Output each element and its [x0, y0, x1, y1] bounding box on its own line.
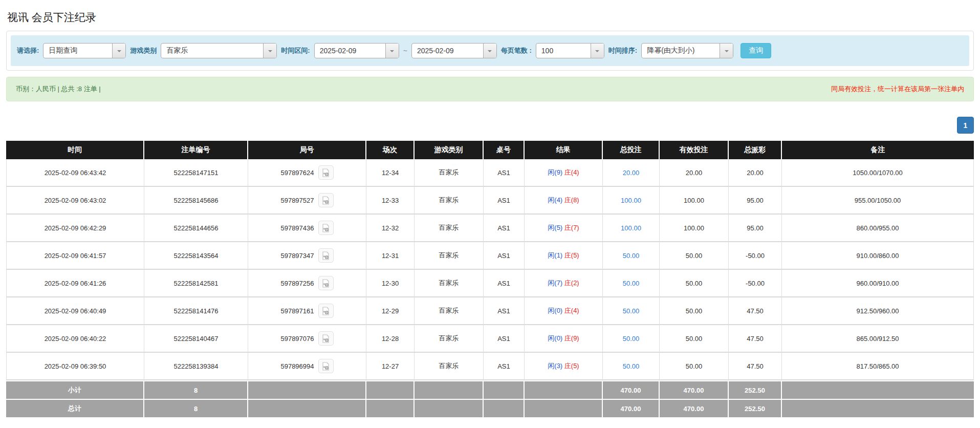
cell-result: 闲(9) 庄(4) — [525, 159, 603, 187]
total-bet-link[interactable]: 50.00 — [623, 335, 640, 343]
time-sort-value: 降幂(由大到小) — [642, 46, 720, 55]
cell-valid-bet: 50.00 — [660, 325, 729, 353]
round-number: 597897436 — [280, 224, 314, 232]
cell-time: 2025-02-09 06:43:02 — [6, 187, 144, 215]
cell-total-bet: 50.00 — [603, 242, 660, 270]
game-type-value: 百家乐 — [161, 46, 263, 55]
result-player: 闲(3) — [548, 362, 562, 370]
summary-empty-cell — [415, 380, 484, 399]
video-replay-button[interactable] — [318, 304, 334, 318]
video-replay-button[interactable] — [318, 276, 334, 290]
result-player: 闲(4) — [548, 196, 562, 204]
column-header: 总派彩 — [729, 141, 782, 159]
subtotal-row: 小计8470.00470.00252.50 — [6, 380, 974, 399]
search-button[interactable]: 查询 — [741, 43, 771, 58]
result-banker: 庄(5) — [564, 362, 579, 370]
cell-time: 2025-02-09 06:40:22 — [6, 325, 144, 353]
bet-records-table: 时间注单编号局号场次游戏类别桌号结果总投注有效投注总派彩备注 2025-02-0… — [6, 141, 974, 417]
total-bet-link[interactable]: 100.00 — [621, 197, 641, 204]
cell-table-number: AS1 — [484, 215, 525, 242]
game-type-label: 游戏类别 — [130, 46, 157, 55]
cell-bet-id: 522258145686 — [144, 187, 248, 215]
summary-valid-bet: 470.00 — [660, 380, 729, 399]
cell-bet-id: 522258139384 — [144, 353, 248, 380]
chevron-down-icon — [263, 44, 276, 58]
result-player: 闲(0) — [548, 307, 562, 314]
date-start-dropdown[interactable]: 2025-02-09 — [314, 43, 399, 58]
page-size-dropdown[interactable]: 100 — [536, 43, 604, 58]
chevron-down-icon — [720, 44, 733, 58]
query-type-dropdown[interactable]: 日期查询 — [43, 43, 126, 58]
page-title: 视讯 会员下注纪录 — [6, 0, 974, 31]
cell-remark: 817.50/865.00 — [782, 353, 974, 380]
summary-valid-bet: 470.00 — [660, 399, 729, 417]
total-bet-link[interactable]: 50.00 — [623, 252, 640, 260]
table-row: 2025-02-09 06:41:26 522258142581 5978972… — [6, 270, 974, 297]
cell-time: 2025-02-09 06:41:26 — [6, 270, 144, 297]
total-bet-link[interactable]: 50.00 — [623, 280, 640, 287]
summary-empty-cell — [484, 399, 525, 417]
cell-total-bet: 20.00 — [603, 159, 660, 187]
date-end-dropdown[interactable]: 2025-02-09 — [411, 43, 497, 58]
cell-remark: 910.00/860.00 — [782, 242, 974, 270]
total-bet-link[interactable]: 50.00 — [623, 307, 640, 315]
page-1-button[interactable]: 1 — [957, 117, 974, 134]
cell-bet-id: 522258144656 — [144, 215, 248, 242]
filter-panel: 请选择: 日期查询 游戏类别 百家乐 时间区间: 2025-02-09 ~ 20… — [6, 31, 974, 71]
cell-table-number: AS1 — [484, 353, 525, 380]
total-bet-link[interactable]: 20.00 — [623, 169, 640, 177]
video-replay-button[interactable] — [318, 248, 334, 263]
cell-result: 闲(0) 庄(4) — [525, 297, 603, 325]
cell-table-number: AS1 — [484, 270, 525, 297]
table-row: 2025-02-09 06:42:29 522258144656 5978974… — [6, 215, 974, 242]
video-replay-button[interactable] — [318, 193, 334, 207]
round-number: 597896994 — [280, 362, 314, 370]
cell-bet-id: 522258143564 — [144, 242, 248, 270]
summary-empty-cell — [782, 380, 974, 399]
chevron-down-icon — [591, 44, 604, 58]
cell-bet-id: 522258140467 — [144, 325, 248, 353]
filter-bar: 请选择: 日期查询 游戏类别 百家乐 时间区间: 2025-02-09 ~ 20… — [11, 35, 969, 66]
video-replay-button[interactable] — [318, 221, 334, 235]
result-player: 闲(7) — [548, 279, 562, 287]
cell-remark: 860.00/955.00 — [782, 215, 974, 242]
time-sort-dropdown[interactable]: 降幂(由大到小) — [641, 43, 733, 58]
summary-label: 总计 — [6, 399, 144, 417]
cell-bet-id: 522258142581 — [144, 270, 248, 297]
cell-result: 闲(4) 庄(8) — [525, 187, 603, 215]
result-banker: 庄(8) — [564, 196, 579, 204]
cell-total-bet: 100.00 — [603, 215, 660, 242]
total-bet-link[interactable]: 100.00 — [621, 224, 641, 232]
video-replay-button[interactable] — [318, 165, 334, 180]
summary-count: 8 — [144, 399, 248, 417]
cell-session: 12-34 — [366, 159, 415, 187]
cell-round: 597897624 — [248, 159, 366, 187]
video-replay-button[interactable] — [318, 331, 334, 346]
game-type-dropdown[interactable]: 百家乐 — [161, 43, 277, 58]
cell-bet-id: 522258141476 — [144, 297, 248, 325]
total-bet-link[interactable]: 50.00 — [623, 362, 640, 370]
cell-remark: 865.00/912.50 — [782, 325, 974, 353]
cell-game-type: 百家乐 — [415, 242, 484, 270]
summary-count: 8 — [144, 380, 248, 399]
cell-session: 12-33 — [366, 187, 415, 215]
date-end-value: 2025-02-09 — [412, 47, 483, 55]
cell-round: 597897436 — [248, 215, 366, 242]
cell-total-bet: 50.00 — [603, 297, 660, 325]
cell-game-type: 百家乐 — [415, 325, 484, 353]
round-number: 597897347 — [280, 252, 314, 260]
chevron-down-icon — [112, 44, 125, 58]
summary-empty-cell — [525, 399, 603, 417]
cell-valid-bet: 50.00 — [660, 353, 729, 380]
table-header-row: 时间注单编号局号场次游戏类别桌号结果总投注有效投注总派彩备注 — [6, 141, 974, 159]
cell-time: 2025-02-09 06:39:50 — [6, 353, 144, 380]
column-header: 桌号 — [484, 141, 525, 159]
cell-time: 2025-02-09 06:41:57 — [6, 242, 144, 270]
video-replay-button[interactable] — [318, 359, 334, 373]
cell-result: 闲(7) 庄(2) — [525, 270, 603, 297]
cell-game-type: 百家乐 — [415, 353, 484, 380]
query-type-value: 日期查询 — [43, 46, 112, 55]
summary-total-bet: 470.00 — [603, 399, 660, 417]
column-header: 结果 — [525, 141, 603, 159]
cell-payout: 95.00 — [729, 187, 782, 215]
